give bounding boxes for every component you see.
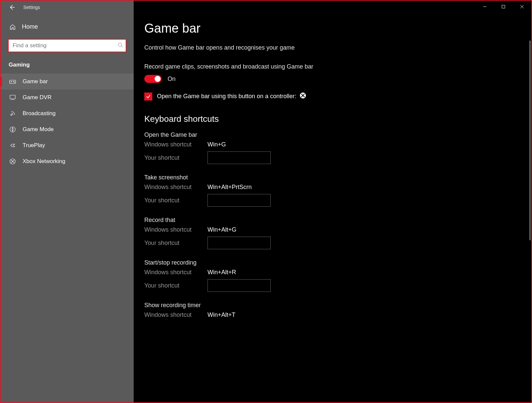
titlebar: Settings (1, 1, 531, 14)
shortcut-take-screenshot: Take screenshot Windows shortcut Win+Alt… (144, 174, 514, 207)
sidebar-item-game-dvr[interactable]: Game DVR (1, 90, 134, 105)
record-toggle[interactable] (144, 75, 162, 83)
trueplay-icon (9, 142, 16, 149)
search-wrap (1, 36, 134, 58)
win-shortcut-label: Windows shortcut (144, 184, 207, 191)
your-shortcut-label: Your shortcut (144, 282, 207, 289)
win-shortcut-label: Windows shortcut (144, 269, 207, 276)
sidebar-item-trueplay[interactable]: TruePlay (1, 137, 134, 153)
sidebar-item-label: Game Mode (23, 126, 54, 133)
sidebar-item-game-bar[interactable]: Game bar (1, 74, 134, 90)
svg-point-12 (11, 114, 12, 115)
svg-line-5 (121, 46, 123, 47)
shortcut-title: Show recording timer (144, 302, 514, 309)
shortcut-start-stop-recording: Start/stop recording Windows shortcut Wi… (144, 259, 514, 292)
maximize-button[interactable] (494, 1, 513, 13)
shortcut-title: Record that (144, 217, 514, 224)
your-shortcut-input[interactable] (207, 151, 271, 164)
shortcut-title: Take screenshot (144, 174, 514, 181)
controller-check-row: Open the Game bar using this button on a… (144, 92, 514, 101)
maximize-icon (501, 5, 505, 9)
settings-window: Settings Home (0, 0, 532, 403)
your-shortcut-input[interactable] (207, 237, 271, 249)
sidebar-item-label: Broadcasting (23, 110, 56, 117)
record-toggle-row: On (144, 75, 514, 83)
sidebar-section-label: Gaming (1, 58, 134, 74)
close-icon (520, 5, 524, 9)
your-shortcut-label: Your shortcut (144, 197, 207, 204)
controller-checkbox[interactable] (144, 93, 152, 101)
broadcast-icon (9, 110, 16, 117)
gamemode-icon (9, 126, 16, 133)
sidebar-item-xbox-networking[interactable]: Xbox Networking (1, 153, 134, 169)
scrollbar-thumb[interactable] (529, 41, 531, 240)
toggle-state: On (168, 76, 176, 83)
win-shortcut-value: Win+Alt+G (207, 226, 236, 233)
sidebar-item-label: Game DVR (23, 94, 52, 101)
win-shortcut-value: Win+Alt+T (207, 311, 235, 318)
shortcut-title: Open the Game bar (144, 131, 514, 138)
titlebar-left: Settings (1, 3, 40, 11)
shortcut-record-that: Record that Windows shortcut Win+Alt+G Y… (144, 217, 514, 249)
xbox-button-icon (300, 92, 306, 101)
win-shortcut-value: Win+Alt+PrtScrn (207, 184, 252, 191)
dvr-icon (9, 94, 16, 101)
svg-rect-1 (502, 5, 505, 8)
search-icon (118, 42, 123, 49)
win-shortcut-label: Windows shortcut (144, 311, 207, 318)
search-box[interactable] (8, 39, 126, 52)
shortcut-title: Start/stop recording (144, 259, 514, 266)
controller-checkbox-label: Open the Game bar using this button on a… (157, 92, 306, 101)
sidebar-item-game-mode[interactable]: Game Mode (1, 121, 134, 137)
win-shortcut-value: Win+Alt+R (207, 269, 236, 276)
close-button[interactable] (513, 1, 531, 13)
your-shortcut-input[interactable] (207, 279, 271, 292)
win-shortcut-label: Windows shortcut (144, 226, 207, 233)
minimize-button[interactable] (475, 1, 494, 13)
win-shortcut-label: Windows shortcut (144, 141, 207, 148)
your-shortcut-label: Your shortcut (144, 240, 207, 247)
shortcut-open-gamebar: Open the Game bar Windows shortcut Win+G… (144, 131, 514, 164)
sidebar-item-label: Game bar (23, 78, 48, 85)
gamebar-icon (9, 78, 16, 85)
your-shortcut-input[interactable] (207, 194, 271, 207)
svg-point-4 (118, 43, 122, 46)
home-icon (9, 24, 16, 30)
back-button[interactable] (8, 3, 16, 11)
your-shortcut-label: Your shortcut (144, 154, 207, 161)
sidebar: Home Gaming Game bar Game DVR (1, 1, 134, 402)
shortcut-show-recording-timer: Show recording timer Windows shortcut Wi… (144, 302, 514, 318)
content-pane: Game bar Control how Game bar opens and … (134, 1, 531, 402)
svg-rect-11 (10, 95, 15, 99)
search-input[interactable] (13, 42, 118, 49)
sidebar-item-label: Xbox Networking (23, 158, 66, 165)
page-subtitle: Control how Game bar opens and recognise… (144, 44, 514, 51)
shortcuts-heading: Keyboard shortcuts (144, 114, 514, 124)
app-title: Settings (23, 5, 40, 10)
svg-point-9 (13, 81, 14, 82)
minimize-icon (483, 5, 487, 9)
sidebar-item-label: TruePlay (23, 142, 45, 149)
svg-point-10 (14, 82, 15, 83)
home-label: Home (22, 23, 38, 30)
sidebar-item-broadcasting[interactable]: Broadcasting (1, 105, 134, 121)
window-controls (475, 1, 531, 13)
record-toggle-label: Record game clips, screenshots and broad… (144, 63, 514, 70)
sidebar-home[interactable]: Home (1, 17, 134, 36)
win-shortcut-value: Win+G (207, 141, 226, 148)
arrow-left-icon (9, 4, 15, 11)
xbox-icon (9, 158, 16, 165)
check-icon (146, 94, 151, 99)
page-title: Game bar (144, 21, 514, 36)
